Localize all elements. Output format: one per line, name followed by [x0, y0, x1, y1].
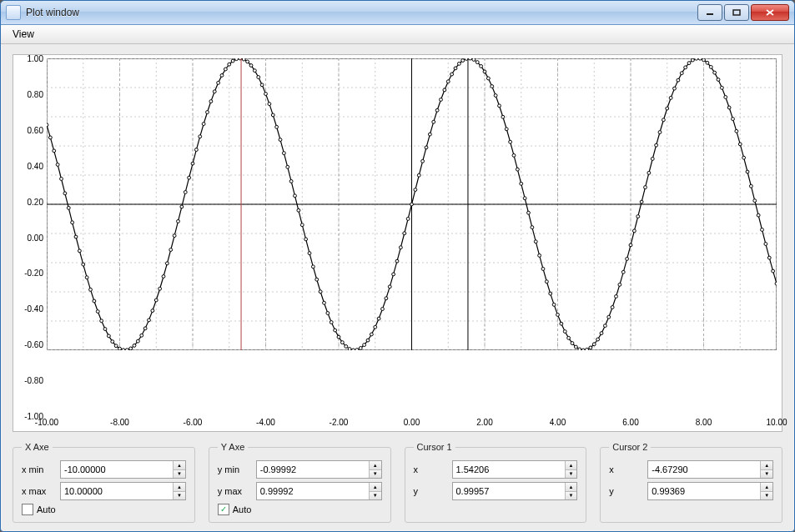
- svg-point-76: [140, 334, 143, 337]
- svg-point-119: [297, 208, 300, 212]
- svg-point-200: [592, 343, 596, 346]
- cursor1-y-spinbox[interactable]: ▲▼: [452, 482, 578, 500]
- svg-point-208: [621, 270, 625, 274]
- up-arrow-icon[interactable]: ▲: [370, 461, 381, 470]
- ymin-stepper[interactable]: ▲▼: [369, 461, 381, 478]
- panel-cursor2-legend: Cursor 2: [609, 442, 651, 452]
- svg-point-190: [556, 314, 560, 317]
- xmax-input[interactable]: [61, 483, 173, 499]
- svg-point-168: [475, 61, 479, 64]
- svg-point-204: [607, 315, 611, 319]
- close-button[interactable]: [751, 4, 789, 21]
- svg-point-153: [421, 159, 425, 163]
- svg-point-186: [541, 268, 545, 271]
- cursor2-y-stepper[interactable]: ▲▼: [760, 483, 772, 499]
- svg-point-144: [388, 285, 391, 289]
- xmin-input[interactable]: [61, 461, 173, 478]
- ymax-input[interactable]: [257, 483, 369, 499]
- x-tick-label: -10.00: [35, 418, 58, 427]
- panel-y-axe-legend: Y Axe: [218, 442, 249, 452]
- down-arrow-icon[interactable]: ▼: [174, 492, 185, 500]
- svg-point-67: [107, 334, 110, 338]
- svg-point-163: [457, 62, 460, 65]
- down-arrow-icon[interactable]: ▼: [761, 470, 772, 479]
- maximize-button[interactable]: [724, 4, 749, 21]
- x-auto-checkbox[interactable]: Auto: [22, 504, 186, 515]
- xmax-spinbox[interactable]: ▲▼: [60, 482, 186, 500]
- svg-point-126: [323, 301, 326, 304]
- svg-point-121: [304, 238, 308, 241]
- y-tick-label: 0.00: [28, 233, 43, 242]
- down-arrow-icon[interactable]: ▼: [174, 470, 185, 479]
- down-arrow-icon[interactable]: ▼: [370, 492, 381, 500]
- plot-canvas[interactable]: [47, 58, 777, 350]
- x-tick-label: 10.00: [766, 418, 787, 427]
- svg-point-237: [727, 106, 731, 109]
- ymax-label: y max: [218, 486, 251, 496]
- svg-point-207: [618, 283, 621, 286]
- minimize-button[interactable]: [697, 4, 722, 21]
- svg-point-52: [53, 149, 56, 153]
- svg-point-72: [125, 349, 128, 350]
- cursor1-x-spinbox[interactable]: ▲▼: [452, 460, 578, 479]
- svg-point-240: [738, 143, 742, 146]
- up-arrow-icon[interactable]: ▲: [174, 461, 185, 470]
- svg-point-203: [603, 324, 606, 328]
- maximize-icon: [732, 9, 741, 16]
- ymin-input[interactable]: [257, 461, 369, 478]
- down-arrow-icon[interactable]: ▼: [761, 492, 772, 500]
- y-auto-checkbox[interactable]: ✓ Auto: [218, 504, 382, 515]
- svg-point-160: [446, 80, 450, 83]
- svg-point-243: [749, 184, 752, 188]
- svg-point-130: [337, 335, 340, 339]
- cursor2-x-stepper[interactable]: ▲▼: [760, 461, 772, 478]
- svg-point-145: [392, 273, 395, 276]
- cursor2-y-spinbox[interactable]: ▲▼: [647, 482, 773, 500]
- ymax-stepper[interactable]: ▲▼: [369, 483, 381, 499]
- down-arrow-icon[interactable]: ▼: [370, 470, 381, 479]
- cursor1-y-input[interactable]: [453, 483, 565, 499]
- xmax-stepper[interactable]: ▲▼: [173, 483, 185, 499]
- svg-point-132: [345, 344, 348, 348]
- control-panels: X Axe x min ▲▼ x max ▲▼: [13, 442, 782, 523]
- down-arrow-icon[interactable]: ▼: [566, 470, 577, 479]
- menu-view[interactable]: View: [6, 27, 41, 42]
- svg-point-150: [410, 203, 414, 206]
- svg-point-149: [406, 218, 410, 221]
- up-arrow-icon[interactable]: ▲: [761, 461, 772, 470]
- cursor2-x-spinbox[interactable]: ▲▼: [647, 460, 773, 479]
- up-arrow-icon[interactable]: ▲: [370, 483, 381, 492]
- svg-point-217: [655, 143, 658, 147]
- svg-point-56: [67, 206, 70, 209]
- cursor2-x-input[interactable]: [648, 461, 760, 478]
- svg-point-78: [148, 319, 151, 322]
- svg-point-218: [658, 131, 662, 134]
- svg-point-170: [483, 70, 486, 73]
- xmin-stepper[interactable]: ▲▼: [173, 461, 185, 478]
- svg-point-245: [757, 213, 760, 217]
- svg-point-220: [666, 107, 669, 110]
- up-arrow-icon[interactable]: ▲: [566, 461, 577, 470]
- ymin-spinbox[interactable]: ▲▼: [256, 460, 382, 479]
- svg-point-198: [586, 348, 589, 350]
- cursor1-x-stepper[interactable]: ▲▼: [565, 461, 577, 478]
- svg-point-158: [440, 98, 443, 102]
- up-arrow-icon[interactable]: ▲: [761, 483, 772, 492]
- up-arrow-icon[interactable]: ▲: [174, 483, 185, 492]
- svg-point-167: [472, 58, 475, 61]
- titlebar[interactable]: Plot window: [1, 1, 794, 25]
- up-arrow-icon[interactable]: ▲: [566, 483, 577, 492]
- cursor1-y-stepper[interactable]: ▲▼: [565, 483, 577, 499]
- ymax-spinbox[interactable]: ▲▼: [256, 482, 382, 500]
- panel-cursor2: Cursor 2 x ▲▼ y ▲▼: [600, 442, 782, 523]
- cursor1-x-input[interactable]: [453, 461, 565, 478]
- down-arrow-icon[interactable]: ▼: [566, 492, 577, 500]
- svg-point-195: [574, 345, 577, 349]
- cursor2-y-input[interactable]: [648, 483, 760, 499]
- svg-point-68: [111, 340, 114, 344]
- svg-point-248: [767, 256, 771, 259]
- xmin-spinbox[interactable]: ▲▼: [60, 460, 186, 479]
- svg-point-142: [381, 308, 385, 311]
- svg-point-83: [165, 262, 169, 265]
- svg-point-178: [512, 153, 516, 157]
